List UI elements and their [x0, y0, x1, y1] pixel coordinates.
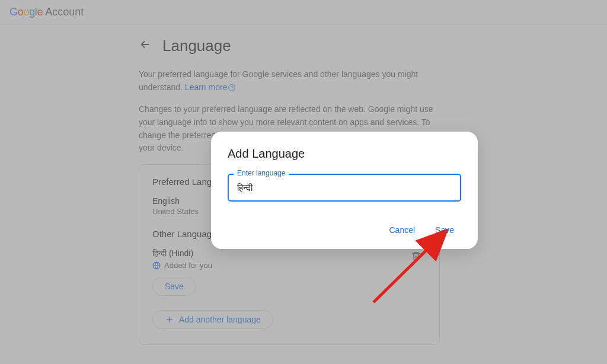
dialog-title: Add Language [228, 147, 461, 161]
add-language-dialog: Add Language Enter language Cancel Save [211, 132, 478, 249]
input-label: Enter language [234, 169, 289, 177]
save-button[interactable]: Save [433, 222, 456, 238]
cancel-button[interactable]: Cancel [386, 222, 417, 238]
language-input[interactable] [228, 174, 461, 202]
